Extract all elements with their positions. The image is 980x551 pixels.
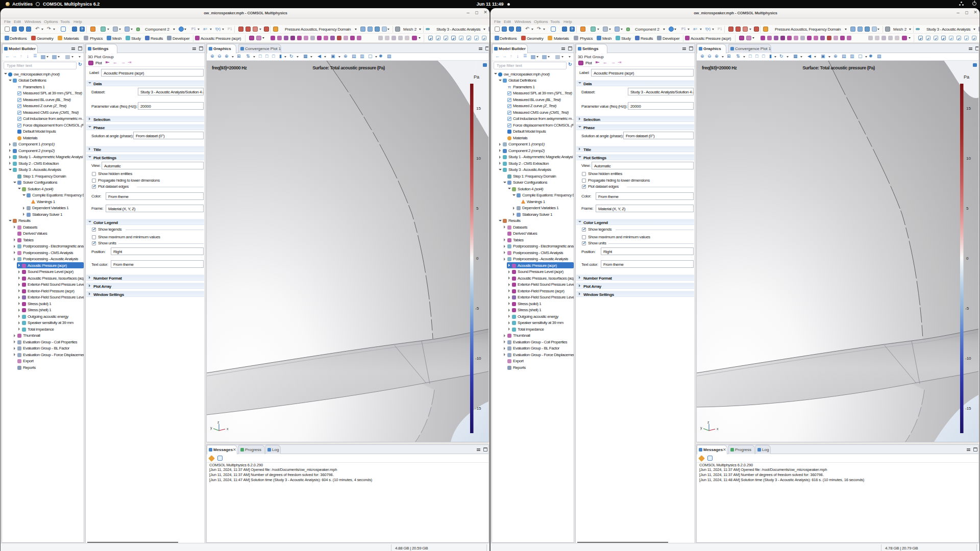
svg-text:-10: -10 <box>965 356 971 361</box>
svg-text:10: 10 <box>476 156 481 161</box>
svg-text:0: 0 <box>476 256 479 261</box>
svg-text:z: z <box>707 420 709 424</box>
svg-text:Pa: Pa <box>474 74 479 80</box>
svg-text:freq(93)=20000 Hz: freq(93)=20000 Hz <box>702 65 737 70</box>
svg-text:x: x <box>227 427 229 431</box>
svg-text:z: z <box>217 420 219 424</box>
svg-text:-15: -15 <box>965 406 971 411</box>
svg-text:y: y <box>210 426 212 430</box>
svg-text:15: 15 <box>966 106 971 111</box>
svg-text:10: 10 <box>966 156 971 161</box>
svg-text:0: 0 <box>966 256 969 261</box>
svg-text:15: 15 <box>476 106 481 111</box>
svg-text:y: y <box>700 426 702 430</box>
svg-text:-15: -15 <box>475 406 481 411</box>
svg-text:freq(93)=20000 Hz: freq(93)=20000 Hz <box>212 65 247 70</box>
svg-text:5: 5 <box>966 206 969 211</box>
svg-text:-5: -5 <box>965 306 969 311</box>
svg-text:-5: -5 <box>475 306 479 311</box>
svg-text:x: x <box>717 427 719 431</box>
svg-text:Pa: Pa <box>964 74 969 80</box>
svg-text:Surface: Total acoustic pressu: Surface: Total acoustic pressure (Pa) <box>802 65 875 70</box>
svg-text:Surface: Total acoustic pressu: Surface: Total acoustic pressure (Pa) <box>312 65 385 70</box>
svg-text:-10: -10 <box>475 356 481 361</box>
svg-text:5: 5 <box>476 206 479 211</box>
